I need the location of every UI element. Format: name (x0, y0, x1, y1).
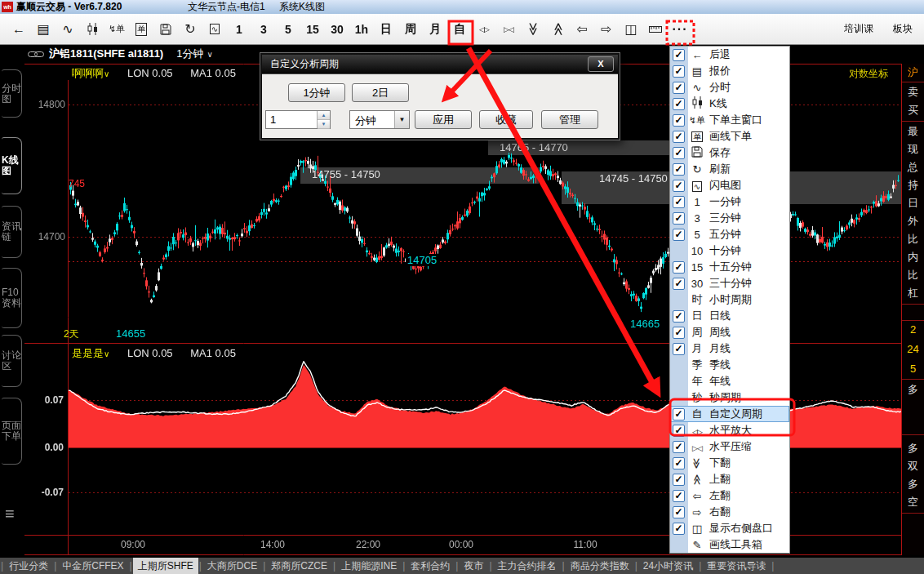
close-icon[interactable]: X (588, 56, 614, 72)
split-view-button[interactable]: ◫ (619, 17, 643, 42)
menu-item-十五分钟[interactable]: ✓15十五分钟 (670, 259, 789, 275)
dialog-title-bar[interactable]: 自定义分析周期 X (262, 55, 618, 73)
menu-item-闪电图[interactable]: ✓∿闪电图 (670, 177, 789, 194)
checkbox-五分钟[interactable]: ✓ (673, 229, 685, 241)
hzoom-in-button[interactable]: ◁▷ (472, 17, 496, 42)
sidebar-tab-K线图[interactable]: K线图 (2, 137, 22, 194)
back-button[interactable]: ← (7, 17, 31, 42)
exchange-tab-24小时资讯[interactable]: 24小时资讯 (638, 558, 698, 574)
period-button-5[interactable]: 5 (276, 17, 300, 42)
period-button-1h[interactable]: 1h (349, 17, 374, 42)
log-scale-label[interactable]: 对数坐标 (849, 67, 888, 81)
checkbox-水平放大[interactable]: ✓ (673, 425, 685, 437)
sidebar-menu-icon[interactable]: ≡ (5, 505, 15, 523)
flash-chart-button[interactable]: ∿ (202, 17, 227, 42)
order-window-button[interactable]: ↯单 (104, 17, 129, 42)
menu-item-三十分钟[interactable]: ✓30三十分钟 (670, 275, 789, 291)
refresh-button[interactable]: ↻ (178, 17, 202, 42)
checkbox-月线[interactable]: ✓ (673, 343, 685, 355)
checkbox-一分钟[interactable]: ✓ (673, 196, 685, 208)
menu-item-日线[interactable]: ✓日日线 (670, 308, 789, 324)
period-button-15[interactable]: 15 (300, 17, 325, 42)
checkbox-下单主窗口[interactable]: ✓ (673, 114, 685, 127)
chevron-down-icon[interactable]: ∨ (207, 50, 212, 59)
menu-item-季线[interactable]: 季季线 (670, 357, 789, 373)
sectors-link[interactable]: 板块 (893, 22, 913, 36)
exchange-tab-重要资讯导读[interactable]: 重要资讯导读 (702, 558, 771, 574)
chevron-down-icon[interactable]: ∨ (104, 69, 109, 78)
sidebar-tab-页面下单[interactable]: 页面下单 (2, 398, 22, 465)
sidebar-tab-F10资料[interactable]: F10资料 (2, 268, 22, 328)
menu-item-小时周期[interactable]: 时小时周期 (670, 291, 789, 308)
menu-item-十分钟[interactable]: 10十分钟 (670, 243, 789, 259)
menu-item-秒周期[interactable]: 秒秒周期 (670, 389, 789, 406)
stepper-down-icon[interactable]: ▼ (318, 120, 330, 129)
page-up-button[interactable]: ≫ (545, 17, 570, 42)
checkbox-保存[interactable]: ✓ (673, 147, 685, 159)
period-button-自[interactable]: 自 (447, 17, 472, 42)
exchange-tab-上期所SHFE[interactable]: 上期所SHFE (133, 558, 198, 574)
menu-item-一分钟[interactable]: ✓1一分钟 (670, 194, 789, 210)
period-button-1[interactable]: 1 (227, 17, 251, 42)
minute-chart-button[interactable]: ∿ (56, 17, 80, 42)
indicator2-name[interactable]: 是是是 (72, 347, 104, 359)
manage-button[interactable]: 管理 (541, 110, 598, 129)
period-button-日[interactable]: 日 (374, 17, 398, 42)
save-button[interactable] (153, 17, 178, 42)
checkbox-十五分钟[interactable]: ✓ (673, 261, 685, 274)
menu-item-年线[interactable]: 年年线 (670, 373, 789, 389)
checkbox-刷新[interactable]: ✓ (673, 163, 685, 176)
checkbox-自定义周期[interactable]: ✓ (673, 408, 685, 420)
period-button-30[interactable]: 30 (325, 17, 349, 42)
instrument-name[interactable]: 沪铝1811(SHFE al1811) (49, 47, 163, 61)
checkbox-日线[interactable]: ✓ (673, 310, 685, 323)
menu-item-后退[interactable]: ✓←后退 (670, 47, 789, 63)
checkbox-闪电图[interactable]: ✓ (673, 180, 685, 192)
exchange-tab-行业分类[interactable]: 行业分类 (4, 558, 53, 574)
menu-item-自定义周期[interactable]: ✓自自定义周期 (670, 406, 789, 422)
menu-item-下翻[interactable]: ✓≫下翻 (670, 455, 789, 471)
checkbox-下翻[interactable]: ✓ (673, 457, 685, 469)
menu-item-K线[interactable]: ✓K线 (670, 96, 789, 112)
page-right-button[interactable]: ⇨ (594, 17, 619, 42)
draw-order-button[interactable]: 单 (129, 17, 153, 42)
sidebar-tab-分时图[interactable]: 分时图 (2, 69, 22, 118)
right-quote-strip[interactable]: 沪卖买最现总持日外比内比杠2245多多双多空 (901, 64, 924, 555)
more-button[interactable]: ··· (668, 17, 692, 42)
page-down-button[interactable]: ≫ (521, 17, 545, 42)
menu-item-三分钟[interactable]: ✓3三分钟 (670, 210, 789, 226)
checkbox-显示右侧盘口[interactable]: ✓ (673, 523, 685, 535)
exchange-tab-大商所DCE[interactable]: 大商所DCE (202, 558, 262, 574)
menu-item-保存[interactable]: ✓保存 (670, 145, 789, 161)
apply-button[interactable]: 应用 (415, 110, 472, 129)
checkbox-上翻[interactable]: ✓ (673, 474, 685, 486)
chevron-down-icon[interactable]: ∨ (104, 349, 109, 358)
menu-item-周线[interactable]: ✓周周线 (670, 324, 789, 340)
candlestick-button[interactable] (80, 17, 104, 42)
exchange-tab-主力合约排名[interactable]: 主力合约排名 (493, 558, 562, 574)
favorite-button[interactable]: 收藏 (479, 110, 533, 129)
sidebar-tab-讨论区[interactable]: 讨论区 (2, 335, 22, 387)
menu-item-分时[interactable]: ✓∿分时 (670, 79, 789, 96)
preset-2day-button[interactable]: 2日 (352, 83, 409, 102)
period-unit-select[interactable]: 分钟 ▼ (349, 110, 410, 129)
menu-item-报价[interactable]: ✓▤报价 (670, 63, 789, 79)
period-value-stepper[interactable]: 1 ▲▼ (265, 110, 331, 129)
menu-item-显示右侧盘口[interactable]: ✓◫显示右侧盘口 (670, 520, 789, 536)
checkbox-左翻[interactable]: ✓ (673, 490, 685, 502)
preset-1min-button[interactable]: 1分钟 (288, 83, 345, 102)
period-selector[interactable]: 1分钟 (176, 47, 203, 61)
exchange-tab-郑商所CZCE[interactable]: 郑商所CZCE (266, 558, 332, 574)
training-link[interactable]: 培训课 (844, 22, 873, 36)
checkbox-分时[interactable]: ✓ (673, 82, 685, 94)
checkbox-水平压缩[interactable]: ✓ (673, 441, 685, 453)
checkbox-报价[interactable]: ✓ (673, 65, 685, 78)
ruler-button[interactable] (643, 17, 668, 42)
menu-item-水平压缩[interactable]: ✓▷◁水平压缩 (670, 438, 789, 455)
exchange-tab-中金所CFFEX[interactable]: 中金所CFFEX (57, 558, 128, 574)
menu-item-画线下单[interactable]: ✓单画线下单 (670, 128, 789, 145)
checkbox-三十分钟[interactable]: ✓ (673, 278, 685, 290)
exchange-tab-夜市[interactable]: 夜市 (459, 558, 488, 574)
hzoom-out-button[interactable]: ▷◁ (496, 17, 521, 42)
stepper-up-icon[interactable]: ▲ (318, 111, 330, 120)
